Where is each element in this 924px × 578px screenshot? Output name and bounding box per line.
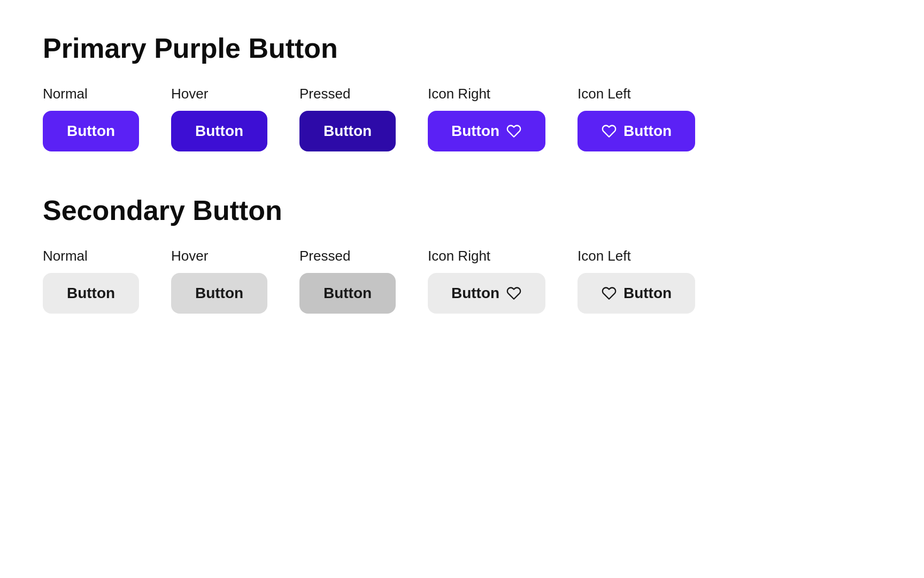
secondary-normal-variant: Normal Button — [43, 248, 139, 314]
primary-hover-variant: Hover Button — [171, 86, 267, 151]
secondary-normal-label: Normal — [43, 248, 88, 264]
primary-icon-left-button-label: Button — [623, 123, 672, 140]
primary-pressed-label: Pressed — [299, 86, 350, 102]
primary-icon-left-button[interactable]: Button — [578, 111, 695, 151]
secondary-icon-right-button-label: Button — [451, 285, 499, 302]
primary-normal-button-label: Button — [67, 123, 115, 140]
secondary-hover-variant: Hover Button — [171, 248, 267, 314]
primary-icon-left-variant: Icon Left Button — [578, 86, 695, 151]
secondary-hover-button-label: Button — [195, 285, 243, 302]
primary-pressed-button-label: Button — [324, 123, 372, 140]
primary-icon-right-label: Icon Right — [428, 86, 490, 102]
primary-hover-button-label: Button — [195, 123, 243, 140]
heart-icon-right-secondary — [506, 285, 522, 301]
secondary-pressed-button-label: Button — [324, 285, 372, 302]
secondary-icon-right-label: Icon Right — [428, 248, 490, 264]
secondary-icon-right-variant: Icon Right Button — [428, 248, 545, 314]
primary-normal-variant: Normal Button — [43, 86, 139, 151]
primary-normal-label: Normal — [43, 86, 88, 102]
secondary-icon-left-variant: Icon Left Button — [578, 248, 695, 314]
primary-hover-button[interactable]: Button — [171, 111, 267, 151]
primary-normal-button[interactable]: Button — [43, 111, 139, 151]
secondary-icon-left-button-label: Button — [623, 285, 672, 302]
primary-section-title: Primary Purple Button — [43, 32, 881, 64]
heart-icon-left-primary — [601, 123, 617, 139]
secondary-icon-left-button[interactable]: Button — [578, 273, 695, 314]
primary-pressed-variant: Pressed Button — [299, 86, 396, 151]
secondary-hover-label: Hover — [171, 248, 208, 264]
primary-icon-right-button-label: Button — [451, 123, 499, 140]
primary-button-section: Primary Purple Button Normal Button Hove… — [43, 32, 881, 151]
secondary-normal-button[interactable]: Button — [43, 273, 139, 314]
primary-icon-left-label: Icon Left — [578, 86, 631, 102]
primary-icon-right-button[interactable]: Button — [428, 111, 545, 151]
primary-pressed-button[interactable]: Button — [299, 111, 396, 151]
secondary-section-title: Secondary Button — [43, 194, 881, 226]
secondary-pressed-button[interactable]: Button — [299, 273, 396, 314]
secondary-pressed-variant: Pressed Button — [299, 248, 396, 314]
primary-button-group: Normal Button Hover Button Pressed Butto… — [43, 86, 881, 151]
primary-hover-label: Hover — [171, 86, 208, 102]
primary-icon-right-variant: Icon Right Button — [428, 86, 545, 151]
heart-icon-left-secondary — [601, 285, 617, 301]
secondary-button-section: Secondary Button Normal Button Hover But… — [43, 194, 881, 314]
secondary-icon-left-label: Icon Left — [578, 248, 631, 264]
secondary-icon-right-button[interactable]: Button — [428, 273, 545, 314]
heart-icon-right-primary — [506, 123, 522, 139]
secondary-pressed-label: Pressed — [299, 248, 350, 264]
secondary-normal-button-label: Button — [67, 285, 115, 302]
secondary-hover-button[interactable]: Button — [171, 273, 267, 314]
secondary-button-group: Normal Button Hover Button Pressed Butto… — [43, 248, 881, 314]
